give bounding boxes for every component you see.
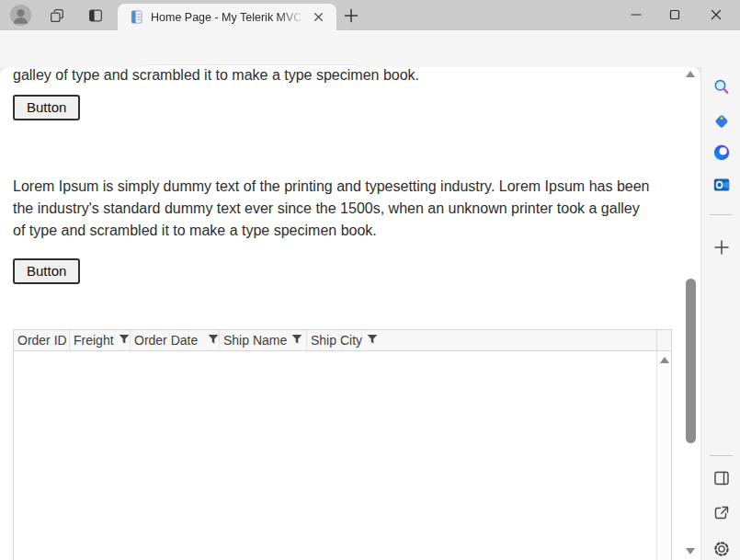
- grid-header-freight[interactable]: Freight: [70, 330, 131, 350]
- vertical-tabs-icon[interactable]: [86, 6, 105, 25]
- paragraph-top-clipped: galley of type and scrambled it to make …: [13, 67, 675, 86]
- demo-button-2[interactable]: Button: [13, 258, 80, 284]
- tab-title: Home Page - My Telerik MVC Ap: [151, 11, 307, 24]
- open-external-icon[interactable]: [712, 503, 732, 523]
- browser-toolbar: localhost:50296 A P: [0, 30, 740, 67]
- settings-gear-icon[interactable]: [712, 539, 732, 559]
- grid-header-row: Order ID Freight Order Date Ship Name: [14, 330, 671, 351]
- tab-strip: Home Page - My Telerik MVC Ap: [0, 0, 740, 30]
- lorem-paragraph: Lorem Ipsum is simply dummy text of the …: [13, 176, 651, 242]
- grid-header-ship-name[interactable]: Ship Name: [220, 330, 307, 350]
- grid-header-order-date[interactable]: Order Date: [131, 330, 220, 350]
- maximize-icon[interactable]: [663, 3, 687, 27]
- new-tab-icon[interactable]: [342, 6, 360, 25]
- orders-grid: Order ID Freight Order Date Ship Name: [13, 329, 672, 560]
- grid-header-scroll-filler: [656, 330, 671, 350]
- page-scrollbar-thumb[interactable]: [686, 279, 696, 443]
- column-label: Order ID: [17, 333, 67, 348]
- add-sidebar-icon[interactable]: [712, 237, 732, 257]
- page-favicon: [129, 9, 144, 29]
- column-label: Order Date: [134, 333, 198, 348]
- profile-avatar[interactable]: [9, 4, 32, 27]
- grid-header-ship-city[interactable]: Ship City: [307, 330, 656, 350]
- microsoft365-icon[interactable]: [712, 143, 732, 163]
- sidebar-toggle-icon[interactable]: [712, 468, 732, 488]
- page-scroll-up-icon[interactable]: [686, 71, 695, 77]
- shopping-icon[interactable]: [712, 111, 732, 131]
- minimize-icon[interactable]: [624, 3, 648, 27]
- active-tab[interactable]: Home Page - My Telerik MVC Ap: [118, 4, 336, 30]
- web-page: galley of type and scrambled it to make …: [0, 67, 700, 560]
- close-icon[interactable]: [704, 3, 728, 27]
- edge-sidebar-rail: [700, 67, 740, 560]
- filter-funnel-icon[interactable]: [208, 333, 219, 348]
- column-label: Freight: [74, 333, 114, 348]
- rail-divider: [710, 455, 733, 456]
- scroll-up-icon[interactable]: [660, 357, 669, 363]
- search-icon[interactable]: [712, 77, 732, 97]
- outlook-icon[interactable]: [712, 175, 732, 195]
- column-label: Ship City: [311, 333, 362, 348]
- filter-funnel-icon[interactable]: [367, 333, 378, 348]
- grid-body-empty: [14, 351, 671, 560]
- column-label: Ship Name: [223, 333, 287, 348]
- page-scroll-down-icon[interactable]: [686, 548, 695, 554]
- workspaces-icon[interactable]: [48, 6, 66, 25]
- filter-funnel-icon[interactable]: [291, 333, 302, 348]
- grid-vertical-scrollbar[interactable]: [656, 351, 671, 560]
- web-content-area: galley of type and scrambled it to make …: [0, 67, 700, 560]
- filter-funnel-icon[interactable]: [119, 333, 130, 348]
- rail-divider: [710, 214, 733, 215]
- grid-header-order-id[interactable]: Order ID: [14, 330, 70, 350]
- tab-close-icon[interactable]: [311, 9, 326, 29]
- demo-button-1[interactable]: Button: [13, 95, 80, 120]
